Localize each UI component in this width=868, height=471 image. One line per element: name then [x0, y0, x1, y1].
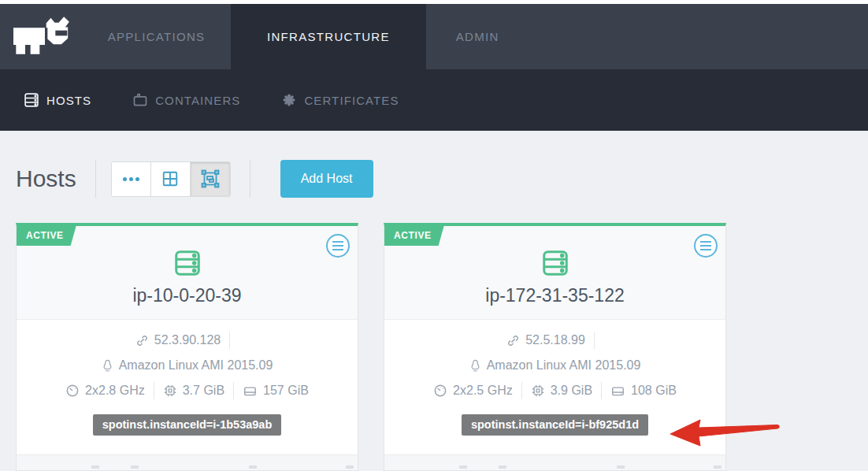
host-disk: 157 GiB [263, 384, 309, 398]
host-os: Amazon Linux AMI 2015.09 [119, 358, 273, 373]
nav-item-applications[interactable]: APPLICATIONS [82, 4, 231, 69]
subnav-containers-label: CONTAINERS [155, 94, 240, 107]
nav-item-admin[interactable]: ADMIN [426, 4, 529, 69]
infrastructure-subnav: HOSTS CONTAINERS CERTIFICATES [0, 69, 868, 131]
subnav-item-hosts[interactable]: HOSTS [24, 92, 91, 108]
host-card-1[interactable]: ACTIVE ip-10-0-20-39 [16, 223, 358, 471]
hosts-toolbar: Hosts [16, 131, 852, 198]
host-os-row: Amazon Linux AMI 2015.09 [17, 353, 358, 378]
seal-icon [281, 92, 297, 108]
view-mode-grid-button[interactable] [151, 162, 191, 196]
host-card-2[interactable]: ACTIVE ip-172-31-35-122 [384, 223, 726, 471]
main-content: Hosts [0, 131, 868, 471]
host-card-footer-cutoff [384, 454, 725, 470]
host-os: Amazon Linux AMI 2015.09 [487, 358, 641, 373]
link-icon [135, 334, 149, 347]
spotinst-instance-tag: spotinst.instanceId=i-1b53a9ab [93, 414, 282, 436]
toolbar-divider [95, 160, 96, 198]
divider [229, 332, 230, 349]
grid-icon [161, 170, 179, 187]
host-menu-button[interactable] [694, 234, 718, 258]
subnav-item-containers[interactable]: CONTAINERS [132, 92, 240, 108]
linux-penguin-icon [469, 359, 481, 373]
divider [521, 382, 522, 399]
host-card-footer-cutoff [17, 454, 358, 470]
view-mode-machine-button[interactable] [191, 162, 230, 196]
view-mode-toggle [111, 161, 231, 197]
host-card-details: 52.5.18.99 Amazon Linux AMI 2015.09 [384, 320, 725, 454]
gauge-icon [433, 384, 447, 398]
host-ip-row: 52.5.18.99 [384, 328, 725, 353]
host-specs-row: 2x2.8 GHz 3.7 GiB [17, 378, 358, 403]
host-specs-row: 2x2.5 GHz 3.9 GiB [384, 378, 725, 403]
host-server-icon [172, 248, 202, 281]
divider [594, 332, 595, 349]
subnav-hosts-label: HOSTS [46, 94, 91, 107]
subnav-item-certificates[interactable]: CERTIFICATES [281, 92, 399, 108]
divider [233, 382, 234, 399]
host-ip: 52.5.18.99 [525, 333, 585, 347]
cow-logo-icon [9, 16, 72, 58]
spotinst-instance-tag: spotinst.instanceId=i-bf925d1d [462, 414, 648, 436]
divider [601, 382, 602, 399]
disk-icon [610, 384, 625, 399]
memory-chip-icon [531, 384, 545, 398]
ellipsis-icon [123, 177, 139, 181]
status-badge: ACTIVE [17, 226, 76, 246]
subnav-certificates-label: CERTIFICATES [304, 94, 399, 107]
linux-penguin-icon [102, 359, 113, 373]
top-nav: APPLICATIONS INFRASTRUCTURE ADMIN [0, 4, 868, 69]
box-icon [132, 92, 148, 108]
host-cpu: 2x2.5 GHz [453, 384, 513, 398]
host-server-icon [540, 248, 570, 281]
memory-chip-icon [163, 384, 177, 398]
gauge-icon [65, 384, 80, 398]
server-icon [24, 92, 39, 108]
disk-icon [243, 384, 258, 399]
host-os-row: Amazon Linux AMI 2015.09 [384, 353, 725, 378]
host-cards-row: ACTIVE ip-10-0-20-39 [16, 223, 852, 471]
host-disk: 108 GiB [631, 384, 677, 398]
host-menu-button[interactable] [326, 234, 350, 258]
host-name[interactable]: ip-172-31-35-122 [384, 285, 725, 306]
host-memory: 3.9 GiB [551, 384, 592, 398]
host-ip: 52.3.90.128 [154, 333, 221, 347]
host-name[interactable]: ip-10-0-20-39 [17, 285, 358, 306]
page-title: Hosts [16, 165, 76, 192]
divider [154, 382, 154, 399]
hamburger-icon [332, 241, 343, 243]
hamburger-icon [700, 241, 711, 243]
host-card-details: 52.3.90.128 Amazon Linux AMI 2015.09 [17, 320, 358, 454]
rancher-logo[interactable] [0, 4, 82, 69]
host-ip-row: 52.3.90.128 [17, 328, 358, 353]
machine-icon [201, 169, 220, 188]
host-cpu: 2x2.8 GHz [85, 384, 145, 398]
toolbar-divider [250, 160, 250, 198]
link-icon [506, 334, 520, 347]
add-host-button[interactable]: Add Host [280, 160, 373, 198]
host-memory: 3.7 GiB [183, 384, 224, 398]
nav-item-infrastructure[interactable]: INFRASTRUCTURE [231, 4, 426, 69]
view-mode-list-button[interactable] [112, 162, 151, 196]
status-badge: ACTIVE [384, 226, 444, 246]
